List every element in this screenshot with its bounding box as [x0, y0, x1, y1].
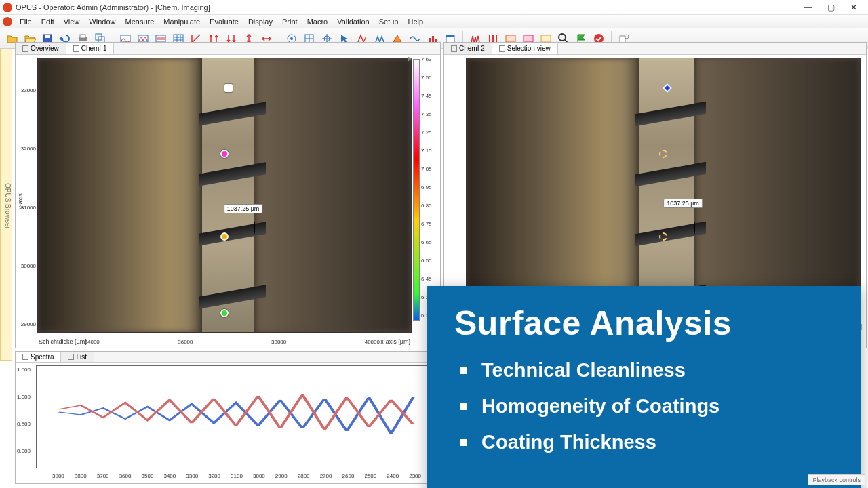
y-tick: 33000 — [16, 87, 36, 93]
y-tick: 29000 — [16, 321, 36, 327]
sx-tick: 2900 — [275, 473, 288, 479]
hollow-marker-2[interactable] — [659, 232, 667, 241]
svg-rect-8 — [156, 35, 165, 42]
sx-tick: 2800 — [298, 473, 310, 479]
right-tabstrip: ChemI 2 Selection view — [444, 43, 866, 55]
hollow-marker-1[interactable] — [659, 150, 667, 158]
sx-tick: 3600 — [119, 473, 132, 479]
crosshair-r2 — [688, 222, 701, 234]
x-axis-right-label: x-axis [µm] — [380, 338, 410, 345]
sx-tick: 2600 — [342, 473, 355, 479]
opus-browser-sidebar[interactable]: OPUS Browser — [0, 49, 12, 361]
sy-tick: 1.500 — [17, 367, 31, 373]
sx-tick: 2500 — [364, 473, 376, 479]
measurement-label-r: 1037.25 µm — [663, 199, 703, 208]
sy-tick: 0.000 — [17, 448, 31, 454]
tab-chemi1[interactable]: ChemI 1 — [66, 43, 115, 54]
svg-rect-9 — [174, 35, 183, 43]
spectra-plot[interactable] — [36, 365, 436, 468]
left-axis-frame[interactable]: 1037.25 µm — [37, 58, 412, 333]
left-tabstrip: Overview ChemI 1 — [16, 43, 440, 55]
x-tick: 38000 — [271, 339, 286, 345]
menu-measure[interactable]: Measure — [120, 16, 159, 27]
window-title: OPUS - Operator: Admin (Administrator) -… — [16, 3, 210, 12]
svg-rect-1 — [45, 35, 50, 38]
maximize-button[interactable]: ▢ — [819, 1, 842, 14]
x-tick: 34000 — [85, 339, 100, 345]
crosshair-2 — [248, 222, 260, 234]
menu-display[interactable]: Display — [243, 16, 277, 27]
menu-manipulate[interactable]: Manipulate — [159, 16, 205, 27]
menu-app-icon — [3, 17, 12, 26]
x-axis-left-label: Schichtdicke [µm] — [39, 338, 87, 345]
sy-tick: 0.500 — [17, 421, 31, 427]
tab-list[interactable]: List — [61, 352, 94, 362]
svg-rect-18 — [446, 35, 454, 37]
crosshair-r1 — [646, 184, 658, 196]
menu-evaluate[interactable]: Evaluate — [205, 16, 243, 27]
overlay-bullet-1: Technical Cleanliness — [481, 359, 834, 382]
svg-rect-20 — [524, 35, 533, 42]
x-tick: 40000 — [365, 339, 380, 345]
sx-tick: 3700 — [97, 473, 109, 479]
menu-view[interactable]: View — [59, 16, 85, 27]
svg-rect-3 — [80, 35, 85, 38]
spectra-panel: Spectra List 1.500 1.000 0.500 0.000 390… — [15, 351, 441, 484]
menu-edit[interactable]: Edit — [37, 16, 59, 27]
overlay-title: Surface Analysis — [454, 304, 834, 343]
crosshair-1 — [208, 184, 220, 196]
window-titlebar: OPUS - Operator: Admin (Administrator) -… — [0, 0, 868, 15]
colorbar: 7.63 7.55 7.45 7.35 7.25 7.15 7.05 6.95 … — [413, 59, 437, 321]
overlay-bullet-3: Coating Thickness — [481, 431, 834, 453]
sx-tick: 2700 — [320, 473, 332, 479]
menu-validation[interactable]: Validation — [332, 16, 374, 27]
tab-selection-view[interactable]: Selection view — [492, 43, 558, 54]
svg-point-22 — [559, 34, 566, 41]
app-icon — [3, 3, 12, 12]
sx-tick: 3900 — [52, 473, 64, 479]
svg-point-11 — [290, 37, 293, 40]
measurement-label: 1037.25 µm — [224, 204, 263, 214]
close-button[interactable]: ✕ — [842, 1, 865, 14]
menu-print[interactable]: Print — [277, 16, 302, 27]
svg-rect-21 — [541, 35, 551, 42]
tab-overview[interactable]: Overview — [16, 43, 66, 54]
menu-help[interactable]: Help — [403, 16, 428, 27]
sx-tick: 3000 — [253, 473, 265, 479]
menu-file[interactable]: File — [15, 16, 37, 27]
y-tick: 30000 — [16, 263, 36, 269]
marker-2[interactable] — [220, 150, 229, 158]
menu-macro[interactable]: Macro — [302, 16, 333, 27]
menu-setup[interactable]: Setup — [374, 16, 403, 27]
marker-1[interactable] — [224, 84, 233, 92]
marker-4[interactable] — [220, 309, 229, 317]
sx-tick: 2400 — [387, 473, 399, 479]
y-axis-label: y-axis — [17, 193, 24, 209]
sx-tick: 3500 — [142, 473, 154, 479]
minimize-button[interactable]: — — [796, 1, 819, 14]
tab-chemi2[interactable]: ChemI 2 — [444, 43, 492, 54]
sx-tick: 3800 — [75, 473, 87, 479]
tab-spectra[interactable]: Spectra — [16, 352, 61, 362]
marker-3[interactable] — [220, 232, 229, 241]
playback-controls[interactable]: Playback controls — [808, 474, 865, 485]
sx-tick: 2300 — [409, 473, 421, 479]
left-image-area[interactable]: 33000 32000 31000 30000 29000 y-axis 103… — [16, 55, 440, 348]
sx-tick: 3300 — [186, 473, 198, 479]
menu-bar: File Edit View Window Measure Manipulate… — [0, 15, 868, 28]
sx-tick: 3100 — [231, 473, 243, 479]
sy-tick: 1.000 — [17, 394, 31, 400]
svg-rect-19 — [506, 35, 515, 42]
y-tick: 32000 — [16, 146, 36, 152]
sx-tick: 3200 — [208, 473, 220, 479]
x-tick: 36000 — [178, 339, 193, 345]
left-image-panel: Overview ChemI 1 33000 32000 31000 30000… — [15, 42, 441, 348]
svg-rect-15 — [432, 36, 434, 43]
sx-tick: 3400 — [163, 473, 176, 479]
menu-window[interactable]: Window — [84, 16, 120, 27]
promo-overlay: Surface Analysis Technical Cleanliness H… — [427, 286, 861, 488]
overlay-bullet-2: Homogeneity of Coatings — [481, 395, 834, 418]
